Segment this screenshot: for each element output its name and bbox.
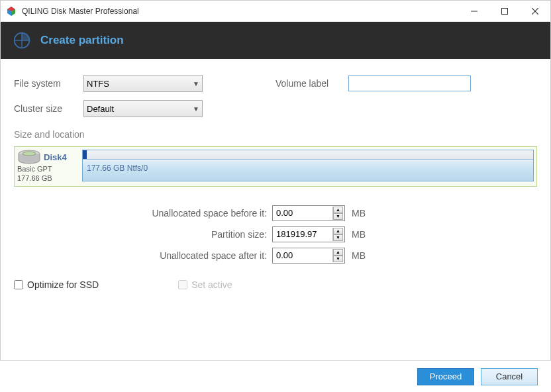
disk-type: Basic GPT [17,164,78,173]
cancel-button[interactable]: Cancel [481,368,538,385]
size-location-label: Size and location [14,129,537,140]
optimize-ssd-checkbox[interactable]: Optimize for SSD [14,279,99,290]
partition-size-value: 181919.97 [276,229,331,239]
space-after-value: 0.00 [276,250,331,260]
svg-point-11 [23,152,36,156]
window-title: QILING Disk Master Professional [22,7,459,16]
content-area: File system NTFS ▼ Volume label Cluster … [1,59,550,290]
volume-label-input[interactable] [348,75,471,91]
file-system-label: File system [14,78,83,89]
partition-size-input[interactable]: 181919.97 ▲ ▼ [272,226,345,242]
unit-label: MB [352,229,366,240]
partition-used-handle[interactable] [83,150,87,159]
spin-up-button[interactable]: ▲ [333,249,343,256]
file-system-select[interactable]: NTFS ▼ [83,75,203,92]
window-controls [459,1,550,21]
cluster-size-value: Default [87,104,114,114]
space-after-row: Unallocated space after it: 0.00 ▲ ▼ MB [14,248,537,264]
partition-bar[interactable]: 177.66 GB Ntfs/0 [82,150,534,181]
minimize-button[interactable] [459,1,489,21]
set-active-input [178,280,187,289]
disk-name: Disk4 [44,152,67,162]
maximize-button[interactable] [489,1,520,21]
page-header: Create partition [1,22,550,59]
cluster-size-row: Cluster size Default ▼ [14,100,537,117]
spin-down-button[interactable]: ▼ [333,234,343,241]
partition-label: 177.66 GB Ntfs/0 [83,160,533,173]
svg-rect-4 [502,8,508,14]
set-active-label: Set active [191,279,232,290]
proceed-button[interactable]: Proceed [417,368,474,385]
disk-size: 177.66 GB [17,173,78,183]
page-title: Create partition [40,34,124,47]
optimize-ssd-input[interactable] [14,280,23,289]
logo-icon [13,31,31,50]
cluster-size-label: Cluster size [14,103,83,114]
titlebar: QILING Disk Master Professional [1,1,550,22]
space-before-row: Unallocated space before it: 0.00 ▲ ▼ MB [14,205,537,221]
chevron-down-icon: ▼ [193,80,199,87]
cluster-size-select[interactable]: Default ▼ [83,100,203,117]
spin-down-button[interactable]: ▼ [333,256,343,262]
optimize-ssd-label: Optimize for SSD [27,279,99,290]
unit-label: MB [352,208,366,219]
close-button[interactable] [520,1,550,21]
set-active-checkbox: Set active [178,279,232,290]
spin-up-button[interactable]: ▲ [333,207,343,213]
minimize-icon [471,8,477,15]
partition-size-label: Partition size: [14,229,272,240]
space-before-value: 0.00 [276,208,331,218]
options-row: Optimize for SSD Set active [14,279,537,290]
file-system-value: NTFS [87,79,109,89]
spin-down-button[interactable]: ▼ [333,213,343,220]
size-inputs: Unallocated space before it: 0.00 ▲ ▼ MB… [14,205,537,264]
chevron-down-icon: ▼ [193,105,199,113]
app-icon [6,6,17,17]
file-system-row: File system NTFS ▼ Volume label [14,75,537,92]
space-after-label: Unallocated space after it: [14,250,272,261]
space-before-input[interactable]: 0.00 ▲ ▼ [272,205,345,221]
close-icon [532,8,538,15]
disk-info: Disk4 Basic GPT 177.66 GB [17,150,78,183]
unit-label: MB [352,250,366,261]
space-after-input[interactable]: 0.00 ▲ ▼ [272,248,345,264]
dialog-footer: Proceed Cancel [0,360,551,392]
space-before-label: Unallocated space before it: [14,208,272,219]
volume-label-label: Volume label [276,78,348,89]
partition-size-row: Partition size: 181919.97 ▲ ▼ MB [14,226,537,242]
disk-icon [17,150,41,164]
maximize-icon [501,8,508,15]
spin-up-button[interactable]: ▲ [333,228,343,234]
disk-layout: Disk4 Basic GPT 177.66 GB 177.66 GB Ntfs… [14,146,537,187]
partition-track[interactable] [83,150,533,160]
